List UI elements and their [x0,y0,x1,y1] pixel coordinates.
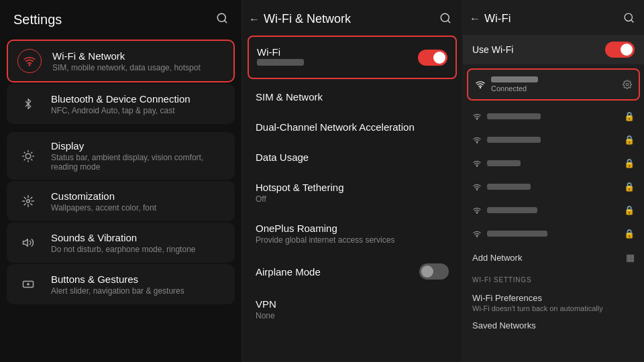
sidebar-item-bluetooth[interactable]: Bluetooth & Device Connection NFC, Andro… [7,84,235,124]
net-2-name-blur [487,137,541,143]
buttons-icon [16,272,40,296]
mid-header-left: ← Wi-Fi & Network [249,12,351,26]
connected-net-status: Connected [491,84,617,93]
svg-point-2 [29,64,30,66]
settings-left-panel: Settings Wi-Fi & Network SIM, mobile net… [0,0,241,362]
customization-title: Customization [51,190,225,202]
wifi-network-item[interactable]: 🔒 [463,105,644,128]
svg-point-22 [626,83,629,86]
display-text: Display Status bar, ambient display, vis… [51,140,225,172]
svg-point-27 [477,213,478,213]
lock-icon-5: 🔒 [624,205,635,215]
use-wifi-toggle[interactable] [605,42,635,58]
mid-airplane-item[interactable]: Airplane Mode [248,254,457,289]
wifi-network-title: Wi-Fi & Network [52,50,224,62]
wifi-network-item[interactable]: 🔒 [463,198,644,222]
wifi-network-item[interactable]: 🔒 [463,175,644,198]
customization-subtitle: Wallpapers, accent color, font [51,203,225,213]
sidebar-item-sounds[interactable]: Sounds & Vibration Do not disturb, earph… [7,223,235,263]
mid-search-icon [439,12,451,24]
wifi-preferences-item[interactable]: Wi-Fi Preferences Wi-Fi doesn't turn bac… [472,289,635,316]
gear-icon[interactable] [623,80,632,89]
right-back-button[interactable]: ← [470,13,480,25]
wifi-preferences-title: Wi-Fi Preferences [472,293,635,303]
left-search-button[interactable] [216,12,228,27]
sounds-text: Sounds & Vibration Do not disturb, earph… [51,232,225,254]
svg-line-18 [447,20,449,22]
right-search-button[interactable] [623,12,635,25]
wifi-signal-icon [472,136,482,144]
mid-items-list: Wi-Fi SIM & Network Dual-Channel Network… [242,36,462,330]
svg-marker-13 [23,239,28,247]
svg-line-20 [631,20,633,22]
use-wifi-row: Use Wi-Fi [463,35,644,64]
mid-sim-item[interactable]: SIM & Network [248,82,457,112]
mid-hotspot-item[interactable]: Hotspot & Tethering Off [248,172,457,213]
wifi-preferences-subtitle: Wi-Fi doesn't turn back on automatically [472,304,635,312]
settings-items-list: Wi-Fi & Network SIM, mobile network, dat… [0,37,241,307]
wifi-right-panel: ← Wi-Fi Use Wi-Fi Connected 🔒 [463,0,644,362]
bluetooth-icon [16,92,40,116]
right-search-icon [623,12,635,23]
net-6-name-blur [487,231,547,237]
wifi-network-item[interactable]: 🔒 [463,128,644,152]
sidebar-item-display[interactable]: Display Status bar, ambient display, vis… [7,132,235,180]
search-icon [216,12,228,24]
mid-dual-title: Dual-Channel Network Acceleration [256,121,449,133]
mid-wifi-title: Wi-Fi [257,46,304,58]
wifi-network-icon [17,49,42,73]
mid-data-usage-title: Data Usage [256,152,449,163]
mid-wifi-item[interactable]: Wi-Fi [248,36,457,79]
mid-airplane-title: Airplane Mode [256,266,321,278]
net-2-text [487,137,619,143]
svg-point-28 [477,236,478,237]
mid-back-button[interactable]: ← [249,13,260,25]
mid-hotspot-title: Hotspot & Tethering [256,182,449,193]
wifi-network-panel: ← Wi-Fi & Network Wi-Fi SIM & Network [241,0,463,362]
saved-networks-label: Saved Networks [472,320,635,330]
grid-icon: ▦ [626,252,635,263]
saved-networks-item[interactable]: Saved Networks [472,316,635,335]
mid-data-usage-item[interactable]: Data Usage [248,142,457,172]
airplane-toggle[interactable] [419,263,449,280]
add-network-row[interactable]: Add Network ▦ [463,245,644,269]
svg-point-24 [477,142,478,143]
sounds-title: Sounds & Vibration [51,232,225,243]
svg-line-1 [224,20,226,22]
connected-net-name [491,76,538,82]
sidebar-item-customization[interactable]: Customization Wallpapers, accent color, … [7,181,235,221]
mid-panel-title: Wi-Fi & Network [264,12,351,26]
bluetooth-subtitle: NFC, Android Auto, tap & pay, cast [51,106,225,115]
buttons-text: Buttons & Gestures Alert slider, navigat… [51,274,225,296]
svg-point-12 [27,200,30,203]
mid-vpn-item[interactable]: VPN None [248,289,457,330]
bluetooth-title: Bluetooth & Device Connection [51,93,225,105]
wifi-connected-network[interactable]: Connected [467,68,640,101]
sidebar-item-wifi-network[interactable]: Wi-Fi & Network SIM, mobile network, dat… [7,40,235,82]
mid-vpn-subtitle: None [256,311,449,320]
use-wifi-label: Use Wi-Fi [472,44,513,55]
sidebar-item-buttons[interactable]: Buttons & Gestures Alert slider, navigat… [7,264,235,304]
wifi-toggle[interactable] [418,50,447,66]
net-5-text [487,207,619,213]
mid-roaming-item[interactable]: OnePlus Roaming Provide global internet … [248,213,457,254]
net-5-name-blur [487,207,537,213]
lock-icon-1: 🔒 [624,111,635,121]
mid-dual-item[interactable]: Dual-Channel Network Acceleration [248,112,457,142]
mid-search-button[interactable] [439,12,451,26]
wifi-networks-list: 🔒 🔒 🔒 🔒 🔒 🔒 Add Networ [463,102,644,340]
left-panel-title: Settings [13,12,62,27]
svg-point-26 [477,189,478,190]
add-network-label: Add Network [472,253,522,263]
customization-icon [16,189,40,213]
wifi-signal-icon [472,113,482,121]
wifi-network-item[interactable]: 🔒 [463,222,644,245]
mid-hotspot-subtitle: Off [256,194,449,204]
bluetooth-text: Bluetooth & Device Connection NFC, Andro… [51,93,225,115]
svg-point-25 [477,166,478,166]
customization-text: Customization Wallpapers, accent color, … [51,190,225,213]
wifi-network-text: Wi-Fi & Network SIM, mobile network, dat… [52,50,224,72]
right-panel-title: Wi-Fi [484,12,511,25]
mid-roaming-subtitle: Provide global internet access services [256,235,449,245]
wifi-network-item[interactable]: 🔒 [463,152,644,175]
